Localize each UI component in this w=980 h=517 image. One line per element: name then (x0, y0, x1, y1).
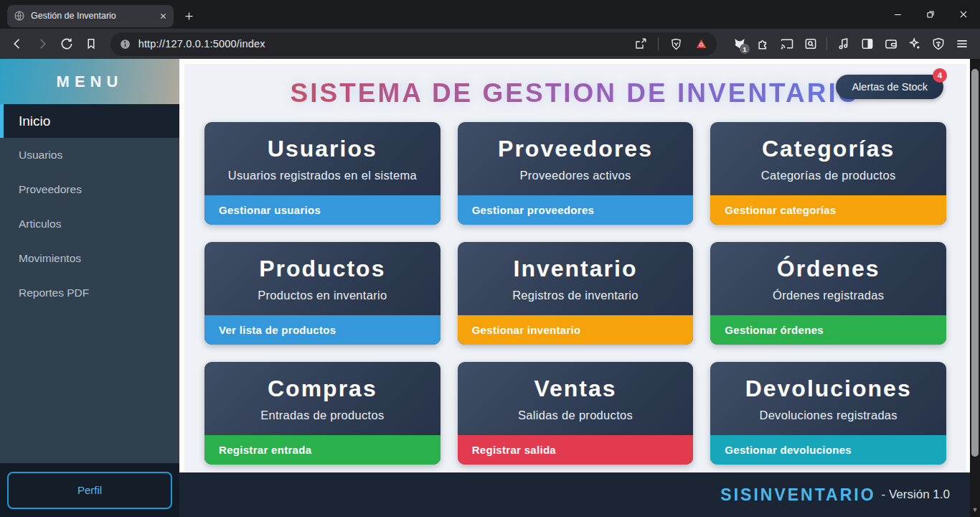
app-footer: SISINVENTARIO - Versión 1.0 (179, 472, 970, 517)
card-body: Inventario Registros de inventario (458, 242, 694, 315)
card-categorias[interactable]: Categorías Categorías de productos Gesti… (710, 122, 946, 225)
card-body: Productos Productos en inventario (204, 242, 440, 315)
card-title: Compras (268, 376, 377, 402)
tab-strip: Gestión de Inventario (0, 0, 980, 29)
card-compras[interactable]: Compras Entradas de productos Registrar … (204, 362, 440, 465)
card-title: Inventario (514, 256, 638, 282)
brave-shield-icon[interactable] (665, 33, 687, 55)
extensions-puzzle-icon[interactable] (752, 33, 774, 55)
card-ventas[interactable]: Ventas Salidas de productos Registrar sa… (458, 362, 694, 465)
tab-close-icon[interactable] (159, 12, 167, 20)
wallet-icon[interactable] (880, 33, 902, 55)
card-devoluciones[interactable]: Devoluciones Devoluciones registradas Ge… (710, 362, 946, 465)
extension-badge: 1 (740, 44, 750, 54)
card-action-registrar-salida[interactable]: Registrar salida (458, 435, 694, 465)
sidebar-menu-title: MENU (0, 59, 179, 104)
scrollbar-down-arrow[interactable]: ▼ (970, 506, 980, 513)
page-viewport: MENU Inicio Usuarios Proveedores Articul… (0, 59, 980, 517)
browser-toolbar: http://127.0.0.1:5000/index (0, 29, 980, 59)
url-text: http://127.0.0.1:5000/index (138, 38, 265, 50)
card-proveedores[interactable]: Proveedores Proveedores activos Gestiona… (458, 122, 694, 225)
card-usuarios[interactable]: Usuarios Usuarios registrados en el sist… (204, 122, 440, 225)
reload-icon[interactable] (57, 33, 77, 55)
tab-title: Gestión de Inventario (31, 11, 154, 21)
stock-alerts-label: Alertas de Stock (852, 81, 928, 93)
close-button[interactable] (947, 0, 980, 29)
card-title: Usuarios (268, 136, 377, 162)
card-action-gestionar-categorias[interactable]: Gestionar categorías (710, 195, 946, 225)
menu-hamburger-icon[interactable] (951, 33, 973, 55)
cast-icon[interactable] (776, 33, 798, 55)
extension-cluster: 1 (728, 33, 973, 55)
card-title: Productos (259, 256, 385, 282)
card-action-gestionar-ordenes[interactable]: Gestionar órdenes (710, 315, 946, 345)
content-panel: SISTEMA DE GESTION DE INVENTARIO Alertas… (184, 64, 966, 472)
card-title: Categorías (762, 136, 895, 162)
sidebar-item-articulos[interactable]: Articulos (0, 207, 179, 241)
scrollbar-thumb[interactable] (971, 69, 979, 457)
card-body: Proveedores Proveedores activos (458, 122, 694, 195)
card-subtitle: Órdenes registradas (773, 289, 884, 302)
card-body: Devoluciones Devoluciones registradas (710, 362, 946, 435)
leo-ai-sparkle-icon[interactable] (903, 33, 925, 55)
sidebar-item-movimientos[interactable]: Movimientos (0, 241, 179, 276)
card-subtitle: Devoluciones registradas (759, 409, 897, 422)
sidebar-item-reportes-pdf[interactable]: Reportes PDF (0, 276, 179, 310)
card-body: Órdenes Órdenes registradas (710, 242, 946, 315)
sidebar-panel-icon[interactable] (856, 33, 878, 55)
page-scrollbar[interactable]: ▼ (970, 59, 980, 517)
card-body: Usuarios Usuarios registrados en el sist… (204, 122, 440, 195)
card-subtitle: Productos en inventario (258, 289, 387, 302)
address-bar[interactable]: http://127.0.0.1:5000/index (110, 32, 717, 56)
browser-tab[interactable]: Gestión de Inventario (7, 5, 174, 27)
browser-window: Gestión de Inventario (0, 0, 980, 517)
vpn-shield-icon[interactable] (927, 33, 949, 55)
bookmark-icon[interactable] (81, 33, 101, 55)
new-tab-button[interactable] (184, 11, 194, 22)
music-note-icon[interactable] (832, 33, 854, 55)
brave-rewards-icon[interactable] (690, 33, 712, 55)
card-action-gestionar-proveedores[interactable]: Gestionar proveedores (458, 195, 694, 225)
share-icon[interactable] (629, 33, 651, 55)
card-productos[interactable]: Productos Productos en inventario Ver li… (204, 242, 440, 345)
stock-alerts-button[interactable]: Alertas de Stock 4 (836, 75, 943, 99)
main-content: SISTEMA DE GESTION DE INVENTARIO Alertas… (179, 59, 970, 517)
stock-alerts-badge: 4 (933, 68, 947, 83)
card-action-gestionar-usuarios[interactable]: Gestionar usuarios (204, 195, 440, 225)
card-subtitle: Proveedores activos (519, 169, 631, 182)
back-icon[interactable] (7, 33, 27, 55)
card-action-registrar-entrada[interactable]: Registrar entrada (204, 435, 440, 465)
card-subtitle: Entradas de productos (260, 409, 384, 422)
page-header: SISTEMA DE GESTION DE INVENTARIO Alertas… (184, 64, 966, 110)
sidebar-item-inicio[interactable]: Inicio (0, 104, 179, 138)
site-info-icon[interactable] (119, 38, 131, 50)
card-body: Categorías Categorías de productos (710, 122, 946, 195)
card-subtitle: Usuarios registrados en el sistema (228, 169, 417, 182)
sidebar: MENU Inicio Usuarios Proveedores Articul… (0, 59, 179, 517)
search-tabs-icon[interactable] (799, 33, 821, 55)
forward-icon[interactable] (32, 33, 52, 55)
card-subtitle: Registros de inventario (512, 289, 639, 302)
sidebar-item-usuarios[interactable]: Usuarios (0, 138, 179, 172)
globe-icon (14, 10, 25, 22)
restore-button[interactable] (914, 0, 947, 29)
card-action-gestionar-inventario[interactable]: Gestionar inventario (458, 315, 694, 345)
wallet-extension-icon[interactable]: 1 (728, 33, 750, 55)
sidebar-item-proveedores[interactable]: Proveedores (0, 172, 179, 207)
card-inventario[interactable]: Inventario Registros de inventario Gesti… (458, 242, 694, 345)
card-title: Ventas (534, 376, 616, 402)
card-action-gestionar-devoluciones[interactable]: Gestionar devoluciones (710, 435, 946, 465)
card-grid: Usuarios Usuarios registrados en el sist… (204, 122, 946, 465)
card-ordenes[interactable]: Órdenes Órdenes registradas Gestionar ór… (710, 242, 946, 345)
footer-brand: SISINVENTARIO (720, 485, 875, 505)
footer-version: - Versión 1.0 (882, 488, 950, 502)
card-title: Devoluciones (745, 376, 912, 402)
card-action-ver-lista-productos[interactable]: Ver lista de productos (204, 315, 440, 345)
card-subtitle: Salidas de productos (518, 409, 633, 422)
card-title: Órdenes (777, 256, 880, 282)
card-body: Ventas Salidas de productos (458, 362, 694, 435)
minimize-button[interactable] (881, 0, 914, 29)
profile-button[interactable]: Perfil (7, 472, 172, 509)
sidebar-footer: Perfil (0, 463, 179, 517)
card-subtitle: Categorías de productos (761, 169, 896, 182)
